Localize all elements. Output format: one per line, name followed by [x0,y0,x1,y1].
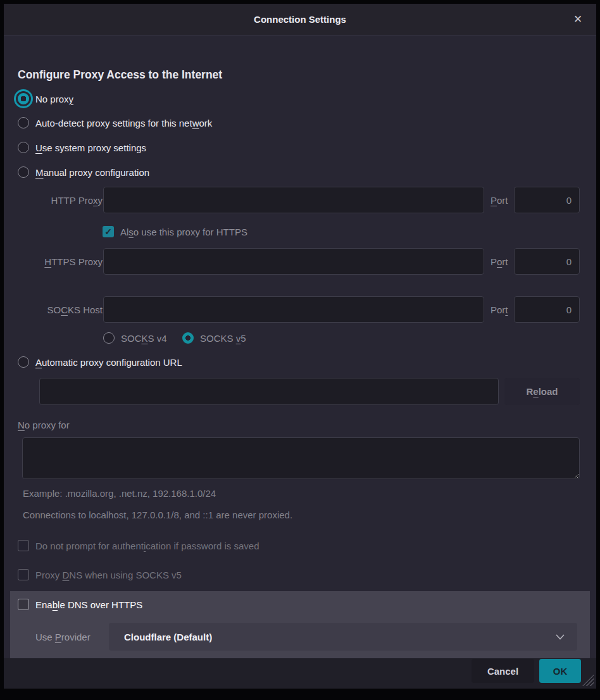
doh-provider-label: Use Provider [35,629,91,644]
checkbox-no-prompt-auth[interactable]: Do not prompt for authentication if pass… [18,538,259,553]
no-proxy-example-text: Example: .mozilla.org, .net.nz, 192.168.… [23,485,216,501]
radio-auto-detect[interactable]: Auto-detect proxy settings for this netw… [18,115,212,130]
radio-socks-v5[interactable]: SOCKS v5 [182,330,246,346]
radio-selected-icon [18,93,29,104]
radio-icon [18,117,29,128]
chevron-down-icon [556,634,565,640]
reload-button[interactable]: Reload [504,378,580,405]
http-port-input[interactable] [514,187,580,213]
radio-selected-icon [182,332,194,344]
screen: Connection Settings ✕ Configure Proxy Ac… [0,0,600,700]
auto-config-url-input[interactable] [39,378,499,405]
checkbox-checked-icon: ✓ [103,226,114,237]
cancel-button[interactable]: Cancel [472,659,534,683]
radio-icon [103,332,115,344]
dialog-title: Connection Settings [4,4,596,35]
https-proxy-input[interactable] [103,248,484,275]
checkbox-enable-doh[interactable]: Enable DNS over HTTPS [18,597,142,612]
checkbox-unchecked-icon [18,599,29,610]
checkbox-proxy-dns[interactable]: Proxy DNS when using SOCKS v5 [18,567,182,582]
radio-no-proxy[interactable]: No proxy [18,91,73,106]
radio-auto-config-url-label: Automatic proxy configuration URL [35,357,182,368]
radio-auto-config-url[interactable]: Automatic proxy configuration URL [18,354,182,370]
radio-manual-proxy-label: Manual proxy configuration [35,167,149,178]
page-title: Configure Proxy Access to the Internet [18,67,222,82]
no-proxy-for-label: No proxy for [18,417,70,432]
radio-socks-v4-label: SOCKS v4 [121,333,167,344]
http-proxy-label: HTTP Proxy [18,192,103,208]
dialog-titlebar: Connection Settings ✕ [4,4,596,35]
checkbox-unchecked-icon [18,540,29,551]
socks-host-input[interactable] [103,296,484,323]
checkbox-also-https-label: Also use this proxy for HTTPS [120,227,247,237]
doh-provider-select[interactable]: Cloudflare (Default) [109,623,577,651]
radio-auto-detect-label: Auto-detect proxy settings for this netw… [35,118,212,128]
no-proxy-note-text: Connections to localhost, 127.0.0.1/8, a… [23,507,292,522]
http-proxy-input[interactable] [103,187,484,213]
radio-icon [18,166,29,178]
radio-system-proxy[interactable]: Use system proxy settings [18,140,146,155]
connection-settings-dialog: Connection Settings ✕ Configure Proxy Ac… [4,4,596,689]
radio-icon [18,142,29,153]
https-port-label: Port [491,254,508,269]
radio-icon [18,356,29,368]
radio-socks-v5-label: SOCKS v5 [200,333,246,344]
no-proxy-for-textarea[interactable] [22,437,580,479]
checkbox-no-prompt-auth-label: Do not prompt for authentication if pass… [35,541,259,551]
http-port-label: Port [491,192,508,208]
https-port-input[interactable] [514,248,580,275]
radio-socks-v4[interactable]: SOCKS v4 [103,330,167,346]
checkbox-enable-doh-label: Enable DNS over HTTPS [35,599,142,610]
radio-manual-proxy[interactable]: Manual proxy configuration [18,165,149,180]
socks-host-label: SOCKS Host [18,302,103,317]
checkbox-also-https[interactable]: ✓ Also use this proxy for HTTPS [103,224,247,239]
checkbox-proxy-dns-label: Proxy DNS when using SOCKS v5 [35,570,182,580]
radio-system-proxy-label: Use system proxy settings [35,142,146,153]
checkbox-unchecked-icon [18,569,29,580]
https-proxy-label: HTTPS Proxy [18,254,103,269]
socks-port-label: Port [491,302,508,317]
ok-button[interactable]: OK [539,659,581,683]
close-icon[interactable]: ✕ [570,11,586,28]
doh-provider-value: Cloudflare (Default) [124,632,556,642]
radio-no-proxy-label: No proxy [35,94,73,104]
socks-port-input[interactable] [514,296,580,323]
